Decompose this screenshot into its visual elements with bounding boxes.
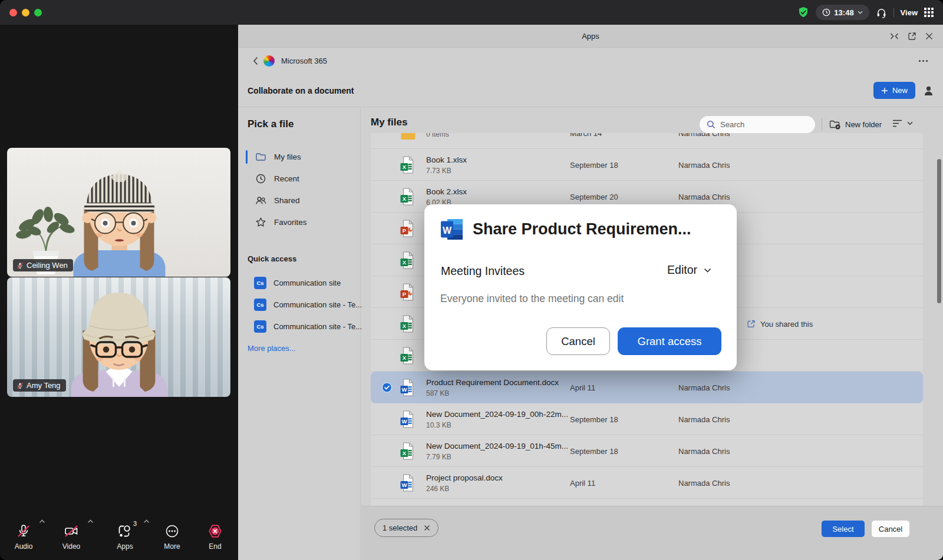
camera-off-icon	[64, 524, 79, 538]
headset-icon[interactable]	[876, 7, 887, 18]
select-button[interactable]: Select	[822, 521, 865, 537]
selected-count-pill[interactable]: 1 selected	[374, 519, 438, 537]
file-size: 246 KB	[426, 484, 503, 492]
svg-text:X: X	[403, 354, 407, 361]
meeting-timer[interactable]: 13:48	[816, 5, 869, 20]
scrollbar-thumb[interactable]	[937, 159, 941, 303]
participant-tile-amy-teng[interactable]: Amy Teng	[7, 277, 230, 397]
files-heading: My files	[371, 117, 407, 128]
search-icon	[707, 120, 716, 129]
more-button[interactable]: More	[153, 524, 191, 551]
account-person-icon[interactable]	[924, 85, 934, 96]
recent-clock-icon	[255, 173, 266, 184]
excel-file-icon: X	[400, 346, 416, 365]
close-window-button[interactable]	[9, 9, 17, 16]
quick-access-communication-site-2[interactable]: Cs Communication site - Te...	[238, 294, 360, 314]
microsoft-365-logo	[263, 55, 275, 67]
file-owner: Narmada Chris	[678, 192, 730, 201]
sidebar-item-my-files[interactable]: My files	[238, 146, 360, 168]
search-input[interactable]	[720, 120, 808, 129]
svg-text:W: W	[402, 482, 407, 488]
view-menu[interactable]: View	[901, 8, 918, 17]
grid-view-icon[interactable]	[924, 8, 934, 17]
app-more-menu-icon[interactable]	[918, 59, 928, 62]
file-row[interactable]: XBook 1.xlsx7.73 KBSeptember 18Narmada C…	[371, 149, 923, 181]
shared-note: You shared this	[746, 319, 813, 329]
file-row[interactable]: W	[371, 499, 923, 506]
file-name: New Document_2024-09-19_01h-45m...	[426, 441, 568, 450]
view-sort-button[interactable]	[892, 120, 913, 127]
star-icon	[255, 217, 266, 228]
file-size: 587 KB	[426, 389, 559, 397]
excel-file-icon: X	[400, 251, 416, 269]
close-panel-icon[interactable]	[925, 32, 933, 40]
dialog-description: Everyone invited to the meeting can edit	[440, 293, 624, 305]
file-owner: Narmada Chris	[678, 478, 730, 487]
apps-count-badge: 3	[133, 520, 137, 527]
svg-text:W: W	[443, 226, 452, 236]
quick-access-communication-site-3[interactable]: Cs Communication site - Te...	[238, 316, 360, 336]
participant-name-tag: Amy Teng	[13, 379, 66, 392]
permission-dropdown[interactable]: Editor	[667, 263, 711, 277]
file-date: September 18	[570, 446, 618, 455]
shield-check-icon[interactable]	[797, 6, 809, 18]
sidebar-item-shared[interactable]: Shared	[238, 190, 360, 211]
collapse-panel-icon[interactable]	[890, 32, 899, 40]
folder-file-icon	[400, 133, 416, 142]
participant-name: Ceiling Wen	[27, 261, 68, 270]
file-size: 0 items	[426, 133, 449, 138]
file-row[interactable]: 0 itemsMarch 14Narmada Chris	[371, 133, 923, 149]
file-row[interactable]: XNew Document_2024-09-19_01h-45m...7.79 …	[371, 435, 923, 467]
search-box[interactable]	[700, 116, 815, 133]
apps-options-chevron[interactable]	[143, 519, 150, 523]
end-call-button[interactable]: End	[196, 524, 234, 551]
app-title-bar: Microsoft 365	[238, 48, 943, 74]
audience-label: Meeting Invitees	[441, 264, 525, 278]
video-options-chevron[interactable]	[87, 519, 94, 523]
sidebar-heading: Pick a file	[248, 118, 294, 130]
selected-check-icon	[382, 382, 392, 392]
word-file-icon: W	[400, 378, 416, 396]
file-row[interactable]: WProduct Requirement Document.docx587 KB…	[371, 372, 923, 403]
dialog-cancel-button[interactable]: Cancel	[546, 327, 610, 355]
clear-selection-icon[interactable]	[424, 525, 430, 531]
app-name: Microsoft 365	[281, 57, 327, 65]
file-row[interactable]: WProject proposal.docx246 KBApril 11Narm…	[371, 467, 923, 499]
quick-access-communication-site[interactable]: Cs Communication site	[238, 273, 360, 293]
excel-file-icon: X	[400, 314, 416, 333]
file-row[interactable]: WNew Document_2024-09-19_00h-22m...10.3 …	[371, 403, 923, 435]
ppt-file-icon: P	[400, 219, 416, 237]
sidebar-item-favorites[interactable]: Favorites	[238, 211, 360, 233]
apps-button[interactable]: Apps	[106, 524, 144, 551]
file-name: Book 1.xlsx	[426, 155, 467, 164]
back-icon[interactable]	[253, 57, 258, 65]
participant-tile-ceiling-wen[interactable]: Ceiling Wen	[7, 148, 230, 277]
site-badge: Cs	[254, 277, 266, 289]
file-size: 7.73 KB	[426, 166, 467, 174]
file-owner: Narmada Chris	[678, 160, 730, 169]
grant-access-button[interactable]: Grant access	[618, 327, 721, 355]
site-badge: Cs	[254, 320, 266, 333]
sort-lines-icon	[892, 120, 902, 127]
svg-text:X: X	[403, 164, 407, 170]
footer-cancel-button[interactable]: Cancel	[872, 521, 909, 537]
file-date: September 20	[570, 192, 618, 201]
people-icon	[255, 195, 266, 206]
minimize-window-button[interactable]	[22, 9, 29, 16]
new-folder-button[interactable]: New folder	[829, 116, 882, 133]
audio-options-chevron[interactable]	[39, 519, 45, 523]
new-button[interactable]: New	[873, 82, 915, 99]
folder-icon	[255, 151, 266, 163]
video-button[interactable]: Video	[52, 524, 90, 551]
dialog-title: Share Product Requiremen...	[473, 220, 691, 238]
popout-panel-icon[interactable]	[908, 32, 916, 41]
zoom-window-button[interactable]	[34, 9, 42, 16]
share-icon	[746, 319, 756, 329]
sidebar-item-recent[interactable]: Recent	[238, 168, 360, 190]
file-name: Project proposal.docx	[426, 473, 503, 482]
participant-name-tag: Ceiling Wen	[13, 259, 73, 271]
more-places-link[interactable]: More places...	[248, 344, 296, 353]
chevron-down-icon	[907, 121, 913, 125]
audio-button[interactable]: Audio	[5, 524, 42, 551]
file-date: September 18	[570, 415, 618, 423]
